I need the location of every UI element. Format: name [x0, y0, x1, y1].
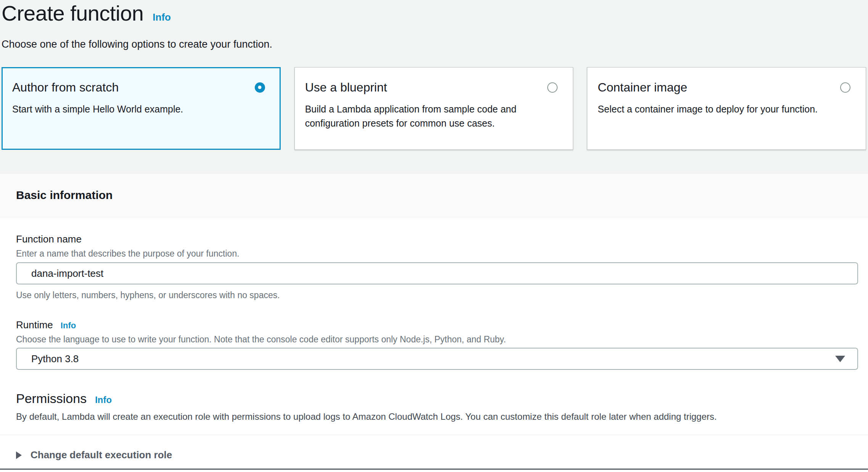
radio-unselected-icon[interactable]	[840, 82, 850, 93]
function-name-input[interactable]	[16, 262, 858, 284]
permissions-header-row: Permissions Info	[16, 391, 858, 406]
runtime-label-row: Runtime Info	[16, 319, 858, 331]
page-title: Create function	[2, 2, 143, 25]
page-title-row: Create function Info	[2, 2, 866, 25]
tile-author-from-scratch[interactable]: Author from scratch Start with a simple …	[2, 67, 281, 150]
form-content: Function name Enter a name that describe…	[0, 217, 868, 461]
runtime-info-link[interactable]: Info	[61, 321, 76, 331]
permissions-heading: Permissions	[16, 391, 87, 406]
function-name-constraint: Use only letters, numbers, hyphens, or u…	[16, 290, 858, 300]
runtime-select-value: Python 3.8	[31, 353, 79, 365]
section-divider	[0, 435, 868, 435]
radio-selected-icon[interactable]	[255, 82, 265, 93]
change-default-execution-role-expander[interactable]: Change default execution role	[16, 449, 858, 461]
caret-right-icon	[16, 451, 22, 459]
creation-option-tiles: Author from scratch Start with a simple …	[2, 67, 866, 150]
footer-divider	[0, 469, 868, 470]
runtime-field: Runtime Info Choose the language to use …	[16, 319, 858, 370]
expander-label: Change default execution role	[31, 449, 172, 461]
tile-use-a-blueprint[interactable]: Use a blueprint Build a Lambda applicati…	[294, 67, 574, 150]
tile-head: Author from scratch	[12, 80, 265, 95]
radio-unselected-icon[interactable]	[547, 82, 558, 93]
page-subtitle: Choose one of the following options to c…	[2, 39, 866, 50]
permissions-description: By default, Lambda will create an execut…	[16, 411, 858, 422]
tile-description: Build a Lambda application from sample c…	[305, 102, 542, 131]
permissions-info-link[interactable]: Info	[95, 395, 112, 405]
tile-title: Author from scratch	[12, 80, 119, 95]
basic-information-header-band: Basic information	[0, 173, 868, 217]
function-name-description: Enter a name that describes the purpose …	[16, 249, 858, 259]
runtime-label: Runtime	[16, 319, 53, 331]
tile-container-image[interactable]: Container image Select a container image…	[587, 67, 866, 150]
tile-title: Use a blueprint	[305, 80, 387, 95]
basic-information-heading: Basic information	[16, 189, 113, 202]
tile-title: Container image	[598, 80, 687, 95]
caret-down-icon	[835, 356, 845, 362]
tile-description: Start with a simple Hello World example.	[12, 102, 249, 117]
page-title-info-link[interactable]: Info	[153, 11, 171, 23]
runtime-description: Choose the language to use to write your…	[16, 334, 858, 345]
function-name-label: Function name	[16, 233, 82, 245]
tile-head: Container image	[598, 80, 850, 95]
page-header-area: Create function Info Choose one of the f…	[0, 0, 868, 173]
tile-description: Select a container image to deploy for y…	[598, 102, 834, 117]
runtime-select[interactable]: Python 3.8	[16, 348, 858, 370]
function-name-field: Function name Enter a name that describe…	[16, 233, 858, 300]
tile-head: Use a blueprint	[305, 80, 558, 95]
